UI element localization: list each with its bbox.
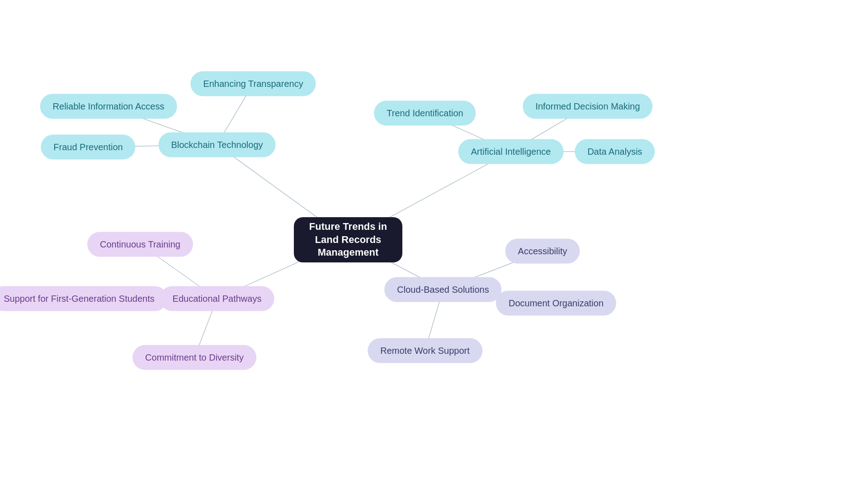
- node-blockchain[interactable]: Blockchain Technology: [158, 133, 275, 157]
- node-support_first_gen[interactable]: Support for First-Generation Students: [0, 286, 167, 311]
- node-educational_pathways[interactable]: Educational Pathways: [160, 286, 274, 311]
- node-commitment_diversity[interactable]: Commitment to Diversity: [132, 345, 256, 370]
- node-accessibility[interactable]: Accessibility: [505, 239, 580, 264]
- node-fraud_prevention[interactable]: Fraud Prevention: [41, 135, 135, 160]
- node-trend_identification[interactable]: Trend Identification: [374, 101, 476, 126]
- node-continuous_training[interactable]: Continuous Training: [87, 232, 193, 257]
- node-data_analysis[interactable]: Data Analysis: [575, 139, 655, 164]
- node-document_org[interactable]: Document Organization: [496, 291, 616, 316]
- central-node[interactable]: Future Trends in Land Records Management: [294, 217, 402, 262]
- node-reliable_info[interactable]: Reliable Information Access: [40, 94, 177, 119]
- node-enhancing_transparency[interactable]: Enhancing Transparency: [190, 71, 316, 96]
- node-ai[interactable]: Artificial Intelligence: [458, 139, 564, 164]
- node-cloud_based[interactable]: Cloud-Based Solutions: [384, 277, 501, 302]
- node-remote_work[interactable]: Remote Work Support: [368, 338, 482, 363]
- node-informed_decision[interactable]: Informed Decision Making: [523, 94, 652, 119]
